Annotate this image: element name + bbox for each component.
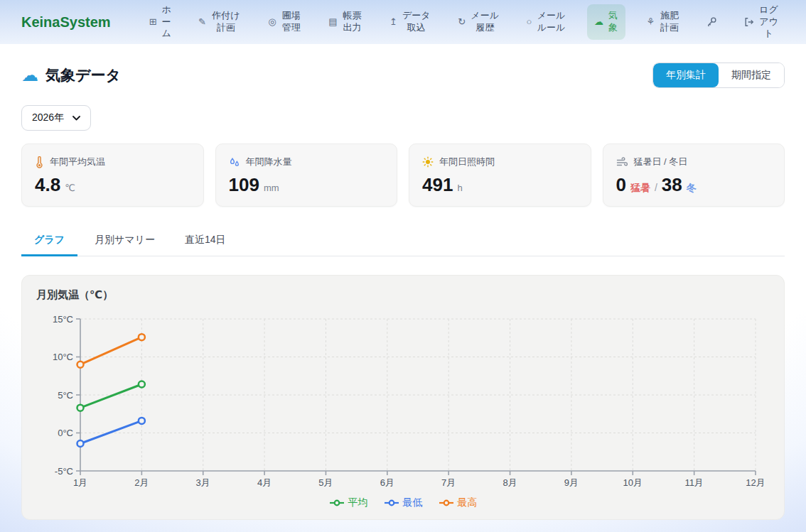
hot-days-value: 0 xyxy=(616,174,626,196)
chevron-down-icon xyxy=(72,116,80,121)
temperature-line-chart: 15°C10°C5°C0°C-5°C1月2月3月4月5月6月7月8月9月10月1… xyxy=(36,312,771,489)
droplets-icon xyxy=(229,156,240,168)
nav-item-planting-plan[interactable]: ✎ 作付け計画 xyxy=(193,7,247,37)
nav-item-label: メール履歴 xyxy=(470,10,500,34)
pencil-icon: ✎ xyxy=(198,17,206,26)
weather-cloud-icon: ☁ xyxy=(21,67,38,84)
nav-item-label: ログアウト xyxy=(758,4,779,40)
svg-text:7月: 7月 xyxy=(441,477,456,488)
map-pin-icon: ◎ xyxy=(268,17,276,26)
stat-label: 年間降水量 xyxy=(246,156,292,168)
home-grid-icon: ⊞ xyxy=(149,17,157,26)
separator: / xyxy=(655,182,657,193)
wind-icon xyxy=(616,157,628,167)
svg-text:3月: 3月 xyxy=(196,477,210,488)
legend-item-average[interactable]: 平均 xyxy=(329,496,368,509)
legend-marker xyxy=(384,499,399,506)
nav-item-mail-rules[interactable]: ○ メールルール xyxy=(521,7,572,37)
svg-text:15°C: 15°C xyxy=(53,314,73,325)
legend-marker xyxy=(329,499,345,506)
monthly-temperature-chart-card: 月別気温（℃） 15°C10°C5°C0°C-5°C1月2月3月4月5月6月7月… xyxy=(21,275,785,520)
stat-card-extreme-days: 猛暑日 / 冬日 0 猛暑 / 38 冬 xyxy=(603,143,785,207)
year-select-value: 2026年 xyxy=(32,112,64,124)
svg-text:0°C: 0°C xyxy=(58,428,73,438)
stats-row: 年間平均気温 4.8 ℃ 年間降水量 109 mm xyxy=(21,143,785,207)
history-icon: ↻ xyxy=(458,17,466,26)
svg-text:1月: 1月 xyxy=(73,477,87,488)
winter-days-value: 38 xyxy=(662,174,682,196)
nav-item-label: 作付け計画 xyxy=(210,10,242,34)
stat-card-precipitation: 年間降水量 109 mm xyxy=(215,143,398,207)
stat-unit: ℃ xyxy=(65,183,75,193)
nav-item-mail-history[interactable]: ↻ メール履歴 xyxy=(452,7,505,37)
legend-item-max[interactable]: 最高 xyxy=(439,496,478,509)
stat-value: 109 xyxy=(229,174,259,196)
nav-item-weather[interactable]: ☁ 気象 xyxy=(587,4,625,40)
svg-text:4月: 4月 xyxy=(257,477,272,488)
stat-value: 491 xyxy=(422,174,453,196)
nav-item-logout[interactable]: ログアウト xyxy=(738,1,785,43)
nav-item-label: データ取込 xyxy=(402,10,431,34)
hot-days-label: 猛暑 xyxy=(630,182,650,195)
tab-graph[interactable]: グラフ xyxy=(21,227,77,256)
bell-icon: ○ xyxy=(527,17,532,26)
svg-text:10月: 10月 xyxy=(623,477,643,488)
cloud-icon: ☁ xyxy=(594,17,603,26)
stat-label: 猛暑日 / 冬日 xyxy=(634,156,688,168)
stat-card-sunshine: 年間日照時間 491 h xyxy=(409,143,591,207)
thermometer-icon xyxy=(35,156,44,168)
nav-item-label: 施肥計画 xyxy=(659,10,680,34)
period-select-button[interactable]: 期間指定 xyxy=(719,63,784,87)
svg-text:5°C: 5°C xyxy=(58,390,73,401)
svg-text:12月: 12月 xyxy=(746,477,765,488)
legend-marker xyxy=(439,499,454,506)
stat-value: 4.8 xyxy=(35,174,60,196)
nav-item-label: ホーム xyxy=(161,4,172,40)
sun-icon xyxy=(422,156,434,168)
svg-text:2月: 2月 xyxy=(134,477,149,488)
tab-monthly-summary[interactable]: 月別サマリー xyxy=(82,227,168,256)
key-icon xyxy=(706,16,717,27)
view-toggle-group: 年別集計 期間指定 xyxy=(652,63,785,88)
chart-title: 月別気温（℃） xyxy=(36,288,770,302)
svg-text:8月: 8月 xyxy=(503,477,517,488)
nav-item-data-import[interactable]: ↥ データ取込 xyxy=(384,7,437,37)
svg-text:9月: 9月 xyxy=(564,477,579,488)
nav-item-password[interactable] xyxy=(701,13,723,30)
logout-icon xyxy=(744,17,754,27)
nav-item-label: 圃場管理 xyxy=(281,10,302,34)
nav-item-field-management[interactable]: ◎ 圃場管理 xyxy=(262,7,307,37)
yearly-summary-button[interactable]: 年別集計 xyxy=(653,63,719,87)
stat-label: 年間平均気温 xyxy=(50,156,105,168)
stat-unit: h xyxy=(457,183,462,193)
app-logo: KeinaSystem xyxy=(21,14,111,31)
page-title-text: 気象データ xyxy=(45,65,121,85)
nav-item-label: 帳票出力 xyxy=(341,10,362,34)
legend-label: 平均 xyxy=(348,496,368,509)
svg-text:10°C: 10°C xyxy=(53,352,73,362)
tab-bar: グラフ 月別サマリー 直近14日 xyxy=(21,227,785,256)
page-title: ☁ 気象データ xyxy=(21,65,121,85)
nav-item-home[interactable]: ⊞ ホーム xyxy=(144,1,178,43)
nav-item-fertilizer-plan[interactable]: ⚘ 施肥計画 xyxy=(640,7,686,37)
nav-item-report-output[interactable]: ▤ 帳票出力 xyxy=(323,7,368,37)
nav-items: ⊞ ホーム ✎ 作付け計画 ◎ 圃場管理 ▤ 帳票出力 ↥ データ取込 ↻ メー… xyxy=(144,1,785,43)
document-icon: ▤ xyxy=(328,17,337,26)
tab-recent-14-days[interactable]: 直近14日 xyxy=(172,227,239,256)
stat-unit: mm xyxy=(264,183,279,193)
svg-text:6月: 6月 xyxy=(380,477,394,488)
plant-icon: ⚘ xyxy=(646,17,655,26)
nav-item-label: 気象 xyxy=(608,10,618,34)
upload-icon: ↥ xyxy=(389,17,397,26)
top-nav: KeinaSystem ⊞ ホーム ✎ 作付け計画 ◎ 圃場管理 ▤ 帳票出力 … xyxy=(0,0,806,44)
stat-card-avg-temp: 年間平均気温 4.8 ℃ xyxy=(21,143,204,207)
svg-text:11月: 11月 xyxy=(684,477,704,488)
svg-text:-5°C: -5°C xyxy=(55,466,73,477)
svg-text:5月: 5月 xyxy=(318,477,333,488)
legend-item-min[interactable]: 最低 xyxy=(384,496,423,509)
nav-item-label: メールルール xyxy=(536,10,566,34)
main-content: ☁ 気象データ 年別集計 期間指定 2026年 年間平均気温 4.8 ℃ xyxy=(0,63,806,520)
stat-label: 年間日照時間 xyxy=(439,156,495,168)
winter-days-label: 冬 xyxy=(687,182,697,195)
year-select[interactable]: 2026年 xyxy=(21,105,91,131)
